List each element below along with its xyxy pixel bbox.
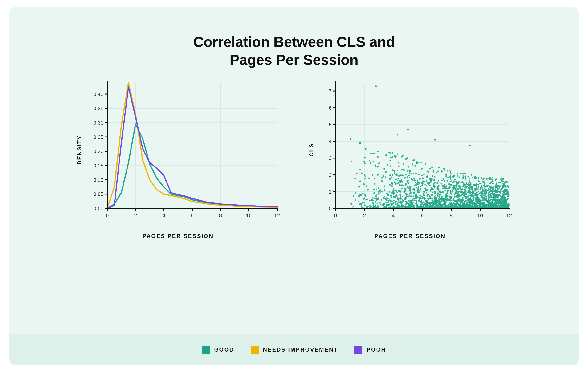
svg-point-2114 bbox=[457, 173, 458, 175]
svg-point-1086 bbox=[373, 189, 375, 190]
svg-point-2377 bbox=[438, 180, 439, 182]
svg-point-2408 bbox=[365, 199, 367, 201]
svg-point-1495 bbox=[365, 196, 367, 197]
svg-text:4: 4 bbox=[392, 213, 395, 219]
svg-point-580 bbox=[411, 203, 413, 205]
svg-point-2111 bbox=[453, 180, 455, 182]
svg-point-1365 bbox=[393, 188, 395, 190]
svg-point-691 bbox=[420, 162, 422, 163]
svg-point-2236 bbox=[469, 197, 471, 199]
svg-point-354 bbox=[378, 193, 380, 195]
svg-point-1813 bbox=[471, 174, 472, 176]
svg-point-1794 bbox=[433, 202, 434, 204]
svg-point-2137 bbox=[501, 197, 503, 198]
svg-point-794 bbox=[505, 186, 507, 187]
scatter-plot: 01234567024681012 bbox=[319, 78, 512, 221]
svg-point-1999 bbox=[460, 191, 462, 193]
svg-point-611 bbox=[407, 157, 409, 159]
svg-point-2313 bbox=[443, 178, 444, 180]
svg-point-720 bbox=[445, 195, 447, 196]
svg-point-2115 bbox=[502, 199, 504, 201]
svg-point-612 bbox=[350, 203, 352, 205]
svg-point-1674 bbox=[406, 196, 408, 197]
svg-point-1178 bbox=[389, 184, 391, 186]
svg-point-1807 bbox=[446, 200, 448, 202]
svg-point-2312 bbox=[419, 190, 420, 192]
svg-point-1774 bbox=[502, 193, 504, 195]
svg-point-1990 bbox=[470, 204, 471, 206]
svg-point-2362 bbox=[464, 205, 466, 206]
svg-point-2466 bbox=[350, 138, 351, 140]
svg-point-1790 bbox=[421, 203, 423, 205]
svg-point-842 bbox=[376, 189, 378, 191]
svg-text:6: 6 bbox=[421, 213, 424, 219]
svg-point-532 bbox=[355, 177, 356, 179]
svg-point-949 bbox=[410, 170, 411, 172]
svg-point-2285 bbox=[407, 180, 409, 181]
svg-point-1920 bbox=[427, 206, 428, 208]
svg-point-1362 bbox=[454, 194, 456, 195]
svg-point-2411 bbox=[493, 203, 494, 205]
svg-point-818 bbox=[416, 187, 418, 188]
svg-point-1838 bbox=[441, 180, 443, 181]
svg-point-636 bbox=[488, 178, 489, 179]
svg-point-1181 bbox=[441, 197, 442, 199]
svg-point-2445 bbox=[408, 166, 409, 168]
svg-point-934 bbox=[388, 152, 390, 153]
scatter-xlabel: PAGES PER SESSION bbox=[374, 233, 446, 240]
svg-point-2290 bbox=[450, 198, 452, 199]
svg-point-2328 bbox=[394, 170, 395, 172]
svg-point-2332 bbox=[410, 200, 412, 201]
svg-point-2405 bbox=[472, 177, 473, 178]
svg-point-1843 bbox=[478, 180, 480, 182]
svg-point-2217 bbox=[411, 201, 412, 203]
svg-point-2446 bbox=[495, 184, 497, 186]
svg-point-2431 bbox=[495, 202, 497, 203]
svg-point-2430 bbox=[482, 192, 483, 194]
svg-text:8: 8 bbox=[219, 213, 222, 219]
svg-point-2449 bbox=[408, 206, 410, 207]
svg-point-1780 bbox=[462, 186, 463, 187]
swatch-poor bbox=[355, 346, 362, 354]
svg-point-263 bbox=[380, 189, 381, 191]
svg-point-104 bbox=[462, 197, 463, 198]
svg-point-1610 bbox=[463, 199, 464, 201]
svg-point-474 bbox=[389, 160, 391, 162]
svg-point-2232 bbox=[392, 183, 393, 185]
svg-point-2438 bbox=[377, 203, 379, 205]
svg-point-1409 bbox=[431, 200, 433, 202]
svg-point-1215 bbox=[431, 167, 433, 168]
svg-point-1229 bbox=[489, 200, 491, 202]
svg-point-1625 bbox=[376, 199, 378, 201]
svg-point-2360 bbox=[483, 178, 485, 179]
svg-point-628 bbox=[478, 191, 479, 193]
svg-point-2456 bbox=[469, 191, 471, 192]
density-ylabel: DENSITY bbox=[76, 135, 83, 164]
svg-point-1193 bbox=[399, 190, 401, 192]
svg-point-2186 bbox=[407, 182, 409, 184]
svg-point-1792 bbox=[397, 198, 399, 200]
svg-point-1823 bbox=[501, 180, 502, 181]
svg-point-897 bbox=[362, 193, 364, 195]
svg-point-2436 bbox=[440, 192, 442, 194]
svg-point-1526 bbox=[390, 195, 392, 196]
svg-point-2235 bbox=[402, 205, 404, 207]
svg-point-1795 bbox=[475, 195, 476, 196]
svg-point-1863 bbox=[455, 190, 457, 192]
svg-point-2259 bbox=[500, 201, 502, 203]
svg-point-1853 bbox=[502, 191, 503, 193]
svg-point-2017 bbox=[504, 201, 506, 202]
svg-point-2351 bbox=[490, 205, 491, 207]
svg-point-2316 bbox=[442, 197, 444, 199]
svg-point-2356 bbox=[508, 186, 510, 188]
svg-point-1470 bbox=[413, 198, 415, 200]
svg-point-429 bbox=[420, 188, 421, 190]
svg-point-1845 bbox=[449, 176, 451, 177]
svg-point-2379 bbox=[488, 202, 490, 204]
svg-point-1729 bbox=[385, 176, 387, 178]
svg-point-2049 bbox=[384, 196, 386, 197]
svg-point-2384 bbox=[483, 181, 484, 183]
svg-point-2107 bbox=[453, 187, 455, 188]
svg-point-1724 bbox=[471, 200, 473, 202]
svg-point-2292 bbox=[495, 197, 497, 198]
